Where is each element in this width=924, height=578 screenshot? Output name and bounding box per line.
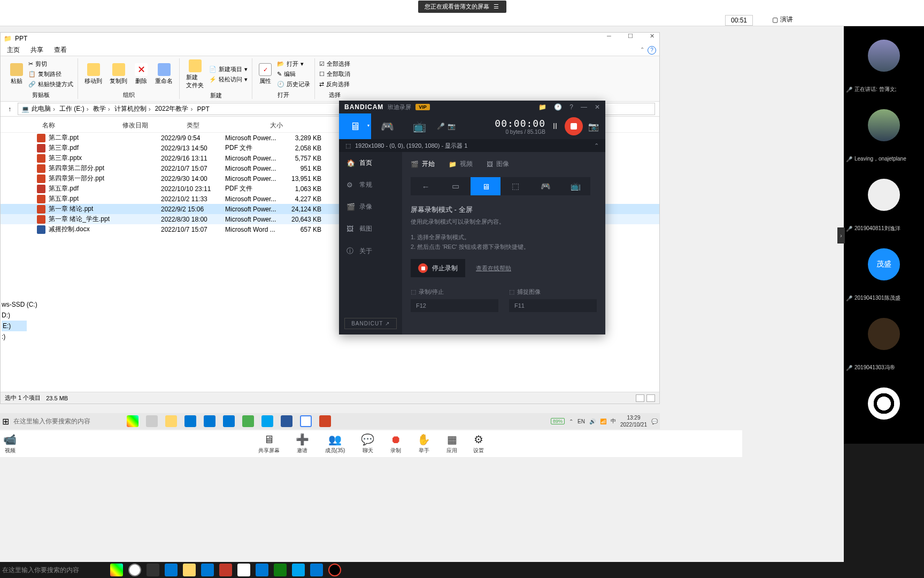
mail-icon[interactable] bbox=[184, 415, 196, 427]
help-icon[interactable]: ? bbox=[648, 46, 656, 55]
edit-button[interactable]: ✎ 编辑 bbox=[277, 70, 310, 79]
game-mode-button[interactable]: 🎮 bbox=[371, 113, 403, 139]
folder-icon[interactable]: 📁 bbox=[538, 103, 546, 111]
apps[interactable]: ▦应用 bbox=[446, 433, 457, 454]
camera-button[interactable]: 📷 bbox=[588, 121, 599, 132]
invert-select-button[interactable]: ⇄ 反向选择 bbox=[319, 80, 350, 89]
side-image[interactable]: 🖼截图 bbox=[339, 218, 402, 240]
tab-view[interactable]: 查看 bbox=[54, 45, 67, 55]
tab-image[interactable]: 🖼 图像 bbox=[487, 159, 509, 169]
stop-record-button[interactable]: 停止录制 bbox=[411, 259, 465, 277]
side-general[interactable]: ⚙常规 bbox=[339, 174, 402, 196]
details-view-icon[interactable] bbox=[636, 394, 644, 402]
copy-button[interactable]: 复制到 bbox=[107, 62, 129, 86]
participant[interactable] bbox=[844, 374, 924, 444]
side-about[interactable]: ⓘ关于 bbox=[339, 240, 402, 262]
ppt-icon[interactable] bbox=[319, 415, 331, 427]
mode-device-icon[interactable]: 📺 bbox=[560, 177, 590, 195]
tab-start[interactable]: 🎬 开始 bbox=[411, 159, 435, 169]
nav-tree[interactable]: ws-SSD (C:) D:) E:) :) bbox=[1, 299, 37, 342]
online-help-link[interactable]: 查看在线帮助 bbox=[476, 264, 511, 272]
column-date[interactable]: 修改日期 bbox=[122, 121, 187, 130]
tab-video[interactable]: 📁 视频 bbox=[449, 159, 473, 169]
screen-mode-button[interactable]: 🖥▾ bbox=[339, 113, 371, 139]
side-home[interactable]: 🏠首页 bbox=[339, 152, 402, 174]
chrome-icon[interactable] bbox=[300, 415, 312, 427]
share-screen[interactable]: 🖥共享屏幕 bbox=[258, 434, 280, 454]
ie-icon[interactable] bbox=[292, 564, 305, 576]
taskbar-app-icon[interactable] bbox=[110, 564, 123, 576]
raise-hand[interactable]: ✋举手 bbox=[417, 433, 430, 454]
taskbar-app-icon[interactable] bbox=[256, 564, 268, 576]
minimize-icon[interactable]: — bbox=[581, 103, 587, 111]
members[interactable]: 👥成员(35) bbox=[325, 433, 345, 454]
collapse-ribbon-icon[interactable]: ⌃ bbox=[640, 47, 644, 52]
taskbar-app-icon[interactable] bbox=[310, 564, 323, 576]
maximize-button[interactable]: ☐ bbox=[625, 33, 636, 40]
mode-game-icon[interactable]: 🎮 bbox=[530, 177, 560, 195]
invite[interactable]: ➕邀请 bbox=[296, 433, 309, 454]
column-size[interactable]: 大小 bbox=[251, 121, 283, 130]
clock[interactable]: 13:292022/10/21 bbox=[620, 415, 647, 428]
clock-icon[interactable]: 🕐 bbox=[554, 103, 562, 111]
edge-icon[interactable] bbox=[165, 564, 178, 576]
close-icon[interactable]: ✕ bbox=[595, 103, 600, 111]
delete-button[interactable]: ✕删除 bbox=[133, 62, 150, 86]
taskbar-app-icon[interactable] bbox=[146, 415, 158, 427]
video-toggle[interactable]: 📹视频 bbox=[3, 433, 17, 454]
folder-icon[interactable] bbox=[183, 564, 196, 576]
hotkey-rec[interactable]: F12 bbox=[411, 299, 498, 312]
expand-icon[interactable]: ⌃ bbox=[594, 142, 599, 149]
participant[interactable]: 🎤Leaving，onajetplane bbox=[844, 96, 924, 165]
edge-icon[interactable] bbox=[223, 415, 235, 427]
hamburger-icon[interactable] bbox=[494, 3, 500, 10]
device-mode-button[interactable]: 📺 bbox=[403, 113, 435, 139]
column-name[interactable]: 名称 bbox=[5, 121, 122, 130]
word-icon[interactable] bbox=[281, 415, 292, 427]
select-none-button[interactable]: ☐ 全部取消 bbox=[319, 70, 350, 79]
mail-icon[interactable] bbox=[201, 564, 214, 576]
task-view-icon[interactable] bbox=[147, 564, 159, 576]
bandicut-link[interactable]: BANDICUT ↗ bbox=[344, 318, 397, 329]
taskbar-app-icon[interactable] bbox=[242, 415, 254, 427]
mode-rect-icon[interactable]: ▭ bbox=[441, 177, 471, 195]
settings[interactable]: ⚙设置 bbox=[473, 433, 484, 454]
start-button[interactable] bbox=[128, 564, 141, 576]
chrome-icon[interactable] bbox=[237, 564, 250, 576]
record[interactable]: ⏺录制 bbox=[390, 434, 401, 454]
store-icon[interactable] bbox=[204, 415, 215, 427]
select-all-button[interactable]: ☑ 全部选择 bbox=[319, 59, 350, 69]
column-type[interactable]: 类型 bbox=[187, 121, 251, 130]
battery-icon[interactable]: 89% bbox=[551, 418, 565, 424]
rename-button[interactable]: 重命名 bbox=[153, 62, 175, 86]
present-button[interactable]: 演讲 bbox=[772, 15, 793, 24]
history-button[interactable]: 🕘 历史记录 bbox=[277, 80, 310, 89]
mode-around-mouse-icon[interactable]: ⬚ bbox=[500, 177, 530, 195]
folder-icon[interactable] bbox=[165, 415, 177, 427]
target-select-icon[interactable]: ⬚ bbox=[345, 142, 351, 149]
new-item-button[interactable]: 📄 新建项目 ▾ bbox=[209, 65, 248, 74]
mode-back-icon[interactable]: ← bbox=[411, 177, 441, 195]
copy-path-button[interactable]: 📋 复制路径 bbox=[28, 70, 73, 79]
webcam-icon[interactable]: 📷 bbox=[446, 123, 457, 130]
minimize-button[interactable]: ─ bbox=[604, 33, 614, 40]
collapse-panel-icon[interactable]: › bbox=[837, 227, 845, 244]
participant[interactable]: 🎤2019041303冯帝 bbox=[844, 305, 924, 374]
move-button[interactable]: 移动到 bbox=[82, 62, 104, 86]
tab-share[interactable]: 共享 bbox=[30, 45, 43, 55]
mic-icon[interactable]: 🎤 bbox=[435, 123, 446, 130]
search-input[interactable]: 在这里输入你要搜索的内容 bbox=[2, 566, 79, 575]
help-icon[interactable]: ? bbox=[569, 103, 573, 111]
taskbar-app-icon[interactable] bbox=[219, 564, 232, 576]
taskbar-app-icon[interactable] bbox=[127, 415, 138, 427]
hotkey-cap[interactable]: F11 bbox=[509, 299, 597, 312]
cut-button[interactable]: ✂ 剪切 bbox=[28, 59, 73, 69]
record-icon[interactable] bbox=[328, 564, 341, 576]
taskbar-app-icon[interactable] bbox=[261, 415, 273, 427]
properties-button[interactable]: ✓属性 bbox=[257, 62, 274, 86]
easy-access-button[interactable]: ⚡ 轻松访问 ▾ bbox=[209, 75, 248, 84]
participant[interactable]: 🎤2019040811刘逸洋 bbox=[844, 165, 924, 235]
nav-up-icon[interactable]: ↑ bbox=[5, 104, 14, 114]
search-input[interactable]: 在这里输入你要搜索的内容 bbox=[13, 417, 90, 426]
record-button[interactable] bbox=[565, 117, 583, 135]
